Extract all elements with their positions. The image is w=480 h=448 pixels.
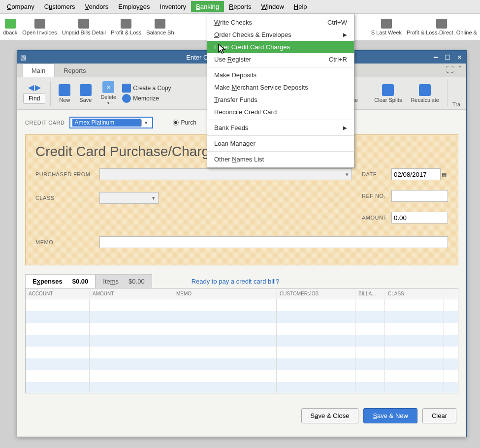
class-label: CLASS — [35, 195, 99, 201]
table-row — [26, 299, 458, 311]
table-row — [26, 370, 458, 382]
calendar-icon[interactable]: ▦ — [442, 171, 447, 178]
purchased-from-select[interactable] — [99, 168, 352, 180]
tab-reports[interactable]: Reports — [55, 64, 95, 77]
recalculate-button[interactable]: Recalculate — [408, 84, 442, 103]
menu-other-names[interactable]: Other Names List — [207, 153, 354, 165]
toolbar-profit-loss[interactable]: Profit & Loss — [111, 19, 141, 35]
table-row — [26, 382, 458, 393]
toolbar-last-week[interactable]: S Last Week — [371, 19, 402, 35]
amount-label: AMOUNT — [362, 215, 391, 221]
col-customer-job[interactable]: CUSTOMER:JOB — [277, 291, 355, 296]
col-amount[interactable]: AMOUNT — [90, 291, 173, 296]
expand-icon[interactable]: ⛶ — [446, 65, 454, 74]
menu-inventory[interactable]: Inventory — [155, 1, 191, 12]
toolbar-balance-sheet[interactable]: Balance Sh — [146, 19, 174, 35]
menu-enter-cc-charges[interactable]: Enter Credit Card Charges — [207, 41, 354, 53]
table-row — [26, 358, 458, 370]
menu-make-deposits[interactable]: Make Deposits — [207, 69, 354, 81]
footer: Save & Close Save & New Clear — [17, 400, 466, 431]
memo-input[interactable] — [99, 236, 448, 248]
menu-reports[interactable]: Reports — [224, 1, 256, 12]
expenses-grid: ACCOUNT AMOUNT MEMO CUSTOMER:JOB BILLA..… — [25, 288, 458, 393]
clear-splits-button[interactable]: Clear Splits — [371, 84, 405, 103]
menu-banking[interactable]: Banking — [191, 1, 224, 12]
table-row — [26, 335, 458, 347]
menu-vendors[interactable]: Vendors — [80, 1, 114, 12]
toolbar-unpaid-bills[interactable]: Unpaid Bills Detail — [62, 19, 106, 35]
create-copy-button[interactable]: Create a Copy — [122, 84, 171, 93]
menu-help[interactable]: Help — [289, 1, 312, 12]
purchase-radio[interactable]: Purch — [173, 119, 196, 126]
table-row — [26, 347, 458, 358]
expenses-tab[interactable]: Expenses$0.00 — [25, 274, 96, 288]
submenu-arrow-icon: ▶ — [343, 125, 347, 130]
menu-reconcile-cc[interactable]: Reconcile Credit Card — [207, 106, 354, 118]
toolbar-pl-direct[interactable]: Profit & Loss-Direct, Online & — [407, 19, 477, 35]
col-memo[interactable]: MEMO — [173, 291, 277, 296]
save-close-button[interactable]: Save & Close — [301, 408, 359, 423]
col-class[interactable]: CLASS — [385, 291, 444, 296]
toolbar-feedback[interactable]: dback — [3, 19, 17, 35]
menu-window[interactable]: Window — [256, 1, 289, 12]
col-billable[interactable]: BILLA... — [355, 291, 385, 296]
find-button[interactable]: Find — [23, 93, 45, 104]
cc-label: CREDIT CARD — [25, 120, 64, 126]
table-row — [26, 323, 458, 335]
delete-button[interactable]: ✕Delete▾ — [97, 81, 119, 105]
menu-merchant-deposits[interactable]: Make Merchant Service Deposits — [207, 81, 354, 94]
purchased-from-label: PURCHASED FROM — [35, 171, 99, 177]
items-tab[interactable]: Items$0.00 — [96, 274, 152, 288]
clear-button[interactable]: Clear — [422, 408, 456, 423]
submenu-arrow-icon: ▶ — [343, 32, 347, 37]
col-account[interactable]: ACCOUNT — [26, 291, 90, 296]
save-button[interactable]: Save — [76, 84, 95, 103]
prev-arrow-icon[interactable]: ◀ — [28, 83, 34, 92]
menu-company[interactable]: Company — [2, 1, 39, 12]
toolbar-open-invoices[interactable]: Open Invoices — [22, 19, 57, 35]
menu-loan-manager[interactable]: Loan Manager — [207, 137, 354, 150]
menu-bank-feeds[interactable]: Bank Feeds▶ — [207, 122, 354, 134]
save-new-button[interactable]: Save & New — [363, 408, 417, 423]
minimize-icon[interactable]: ━ — [432, 53, 440, 61]
class-select[interactable] — [99, 192, 159, 204]
menu-transfer-funds[interactable]: Transfer Funds — [207, 94, 354, 106]
tab-main[interactable]: Main — [22, 64, 55, 77]
next-arrow-icon[interactable]: ▶ — [35, 83, 41, 92]
amount-input[interactable] — [391, 212, 448, 224]
refno-label: REF NO. — [362, 193, 391, 199]
close-icon[interactable]: ✕ — [455, 53, 463, 61]
window-menu-icon[interactable]: ▧ — [20, 54, 26, 61]
memo-label: MEMO — [35, 239, 99, 245]
pay-cc-link[interactable]: Ready to pay a credit card bill? — [192, 278, 279, 285]
grid-body[interactable] — [26, 299, 458, 393]
chevron-down-icon: ▾ — [141, 120, 150, 126]
new-button[interactable]: New — [56, 84, 73, 103]
refno-input[interactable] — [391, 190, 448, 202]
menu-use-register[interactable]: Use RegisterCtrl+R — [207, 53, 354, 65]
date-input[interactable] — [391, 168, 441, 180]
date-label: DATE — [362, 171, 391, 177]
ribbon-overflow[interactable]: Tra — [452, 101, 460, 109]
memorize-button[interactable]: Memorize — [122, 94, 171, 103]
collapse-icon[interactable]: ˆ — [459, 65, 461, 74]
maximize-icon[interactable]: ☐ — [444, 53, 451, 61]
menu-write-checks[interactable]: Write ChecksCtrl+W — [207, 16, 354, 29]
menu-order-checks[interactable]: Order Checks & Envelopes▶ — [207, 29, 354, 41]
credit-card-select[interactable]: Amex Platinum ▾ — [69, 117, 153, 128]
menu-customers[interactable]: Customers — [39, 1, 80, 12]
menu-employees[interactable]: Employees — [113, 1, 155, 12]
banking-dropdown: Write ChecksCtrl+W Order Checks & Envelo… — [207, 14, 354, 168]
menubar: Company Customers Vendors Employees Inve… — [0, 0, 480, 14]
table-row — [26, 311, 458, 323]
subtabs: Expenses$0.00 Items$0.00 Ready to pay a … — [25, 274, 458, 288]
